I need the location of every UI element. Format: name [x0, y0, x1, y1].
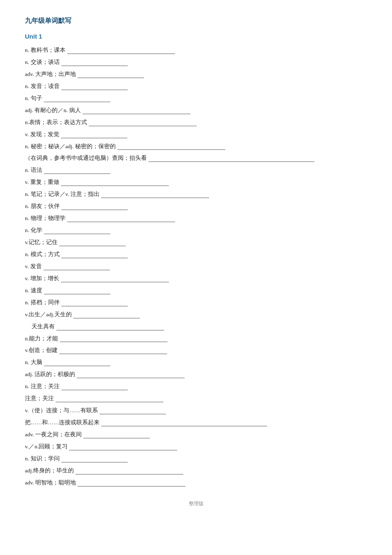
vocab-line	[78, 78, 144, 78]
vocab-item: v.／n.回顾；复习	[25, 442, 367, 452]
vocab-line	[44, 102, 110, 102]
vocab-line	[117, 149, 225, 150]
vocab-line	[56, 330, 164, 330]
vocab-line	[101, 426, 267, 426]
vocab-item: v.出生／adj.天生的	[25, 310, 367, 320]
vocab-item: n.表情；表示；表达方式	[25, 118, 367, 127]
vocab-line	[77, 378, 185, 378]
vocab-label: n. 秘密；秘诀／adj. 秘密的；保密的	[25, 142, 116, 152]
vocab-item: 天生具有	[32, 322, 367, 332]
vocab-label: n. 笔记；记录／v. 注意；指出	[25, 190, 100, 199]
vocab-line	[61, 90, 128, 90]
vocab-line	[59, 354, 167, 354]
vocab-label: v.出生／adj.天生的	[25, 310, 72, 320]
vocab-item: n. 大脑	[25, 358, 367, 367]
vocab-item: n. 速度	[25, 286, 367, 296]
vocab-item: adv. 一夜之间；在夜间	[25, 430, 367, 440]
footer-text: 整理版	[25, 500, 367, 507]
vocab-label: n. 模式；方式	[25, 250, 60, 259]
vocab-label: n. 物理；物理学	[25, 214, 66, 223]
vocab-label: v.／n.回顾；复习	[25, 442, 68, 452]
vocab-line	[44, 270, 110, 270]
vocab-item: n. 秘密；秘诀／adj. 秘密的；保密的	[25, 142, 367, 152]
vocab-item: n. 笔记；记录／v. 注意；指出	[25, 190, 367, 199]
vocab-item: adj. 有耐心的／n. 病人	[25, 106, 367, 115]
vocab-item: v.创造；创建	[25, 346, 367, 355]
vocab-label: n. 交谈；谈话	[25, 58, 60, 67]
vocab-line	[75, 474, 183, 474]
vocab-label: n. 教科书；课本	[25, 46, 66, 55]
vocab-line	[61, 258, 128, 258]
vocab-label: n. 句子	[25, 94, 42, 103]
vocab-label: adv. 明智地；聪明地	[25, 478, 76, 488]
vocab-item: adv. 大声地；出声地	[25, 70, 367, 79]
vocab-line	[67, 54, 175, 54]
vocab-label: n.表情；表示；表达方式	[25, 118, 87, 127]
vocab-item: n. 注意；关注	[25, 382, 367, 391]
vocab-item: v.（使）连接；与……有联系	[25, 406, 367, 416]
vocab-line	[78, 486, 185, 487]
vocab-item: v.记忆；记住	[25, 238, 367, 247]
vocab-label: adj.终身的；毕生的	[25, 466, 74, 476]
vocab-line	[44, 294, 110, 294]
vocab-line	[83, 438, 150, 438]
vocab-label: n. 语法	[25, 166, 42, 175]
vocab-line	[61, 138, 127, 138]
vocab-list: n. 教科书；课本n. 交谈；谈话adv. 大声地；出声地n. 发音；读音n. …	[25, 46, 367, 488]
vocab-item: n. 发音；读音	[25, 82, 367, 91]
vocab-line	[44, 366, 110, 366]
vocab-label: adv. 大声地；出声地	[25, 70, 76, 79]
vocab-item: n. 化学	[25, 226, 367, 235]
vocab-item: n. 模式；方式	[25, 250, 367, 259]
vocab-label: n. 化学	[25, 226, 42, 235]
vocab-item: 注意；关注	[25, 394, 367, 403]
vocab-label: v. 增加；增长	[25, 274, 59, 284]
vocab-label: v. 发音	[25, 262, 42, 271]
vocab-line	[60, 342, 168, 342]
vocab-label: n. 注意；关注	[25, 382, 60, 391]
vocab-line	[61, 390, 128, 390]
vocab-label: n.能力；才能	[25, 334, 58, 344]
vocab-label: n. 发音；读音	[25, 82, 60, 91]
vocab-item: n. 句子	[25, 94, 367, 103]
vocab-item: n. 搭档；同伴	[25, 298, 367, 308]
vocab-line	[101, 198, 209, 198]
vocab-item: n. 物理；物理学	[25, 214, 367, 223]
vocab-label: n. 速度	[25, 286, 42, 296]
vocab-label: n. 朋友；伙伴	[25, 202, 60, 211]
vocab-line	[73, 318, 140, 318]
vocab-item: n. 知识；学问	[25, 454, 367, 464]
vocab-label: 把……和……连接或联系起来	[25, 418, 100, 428]
vocab-label: v.（使）连接；与……有联系	[25, 406, 98, 416]
vocab-item: n.能力；才能	[25, 334, 367, 344]
vocab-item: adv. 明智地；聪明地	[25, 478, 367, 488]
vocab-line	[69, 450, 177, 450]
vocab-item: v. 发现；发觉	[25, 130, 367, 139]
vocab-line	[83, 114, 190, 114]
vocab-line	[67, 222, 175, 222]
vocab-line	[89, 126, 197, 126]
unit-title: Unit 1	[25, 33, 367, 40]
vocab-item: n. 交谈；谈话	[25, 58, 367, 67]
vocab-line	[61, 66, 128, 66]
vocab-line	[61, 282, 169, 282]
vocab-label: 天生具有	[32, 322, 55, 332]
vocab-item: v. 重复；重做	[25, 178, 367, 187]
vocab-line	[100, 414, 166, 414]
vocab-item: n. 语法	[25, 166, 367, 175]
vocab-item: adj.终身的；毕生的	[25, 466, 367, 476]
vocab-label: （在词典，参考书中或通过电脑）查阅；抬头看	[25, 154, 147, 163]
vocab-line	[61, 210, 128, 210]
vocab-item: adj. 活跃的；积极的	[25, 370, 367, 379]
vocab-label: n. 搭档；同伴	[25, 298, 60, 308]
vocab-item: v. 发音	[25, 262, 367, 271]
vocab-label: v.记忆；记住	[25, 238, 58, 247]
vocab-label: v. 发现；发觉	[25, 130, 59, 139]
vocab-line	[61, 186, 169, 186]
vocab-item: n. 教科书；课本	[25, 46, 367, 55]
vocab-line	[61, 462, 128, 462]
vocab-label: v. 重复；重做	[25, 178, 59, 187]
vocab-item: （在词典，参考书中或通过电脑）查阅；抬头看	[25, 154, 367, 163]
page-title: 九年级单词默写	[25, 17, 367, 25]
vocab-item: 把……和……连接或联系起来	[25, 418, 367, 428]
